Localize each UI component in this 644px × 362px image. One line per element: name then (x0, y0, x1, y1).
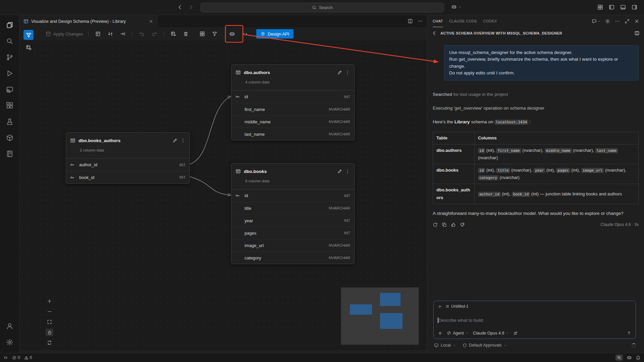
edit-table-icon[interactable] (172, 138, 177, 143)
column-type: INT (344, 231, 350, 235)
table-menu-icon[interactable] (345, 70, 350, 75)
notifications-bell-icon[interactable] (636, 355, 641, 360)
export-table-icon[interactable] (94, 30, 102, 38)
fit-to-screen-icon[interactable] (46, 318, 53, 326)
remote-indicator-icon[interactable] (3, 355, 8, 360)
explorer-icon[interactable] (0, 17, 19, 33)
chat-settings-gear-icon[interactable] (605, 19, 610, 24)
close-panel-icon[interactable] (634, 19, 639, 24)
editor-more-actions-icon[interactable] (418, 18, 423, 24)
search-sidebar-icon[interactable] (0, 33, 19, 49)
undo-icon[interactable] (138, 30, 146, 38)
settings-gear-icon[interactable] (0, 334, 19, 350)
apply-changes-button[interactable]: Apply Changes (46, 31, 83, 37)
column-row-title[interactable]: titleNVARCHAR (231, 202, 354, 214)
column-row-book_id[interactable]: book_idINT (66, 171, 190, 183)
tools-sliders-icon[interactable] (513, 331, 518, 336)
source-control-icon[interactable] (0, 49, 19, 65)
filter-icon[interactable] (211, 30, 219, 38)
problems-errors[interactable]: 0 (12, 355, 20, 360)
remote-explorer-icon[interactable] (0, 81, 19, 98)
zoom-in-icon[interactable] (46, 297, 53, 305)
schema-table-books[interactable]: dbo.books 6 column data idINTtitleNVARCH… (231, 163, 355, 264)
package-icon[interactable] (0, 130, 19, 146)
schema-table-books-authors[interactable]: dbo.books_authors 2 column data author_i… (66, 132, 190, 184)
schema-canvas[interactable]: dbo.authors 4 column data idINTfirst_nam… (19, 41, 427, 351)
maximize-panel-icon[interactable] (625, 19, 630, 24)
view-code-icon[interactable] (241, 30, 249, 38)
table-definition-view-button[interactable] (23, 42, 34, 52)
mode-picker[interactable]: Agent (447, 331, 469, 336)
extensions-icon[interactable] (0, 98, 19, 114)
tab-chat[interactable]: CHAT (433, 15, 443, 27)
table-menu-icon[interactable] (345, 169, 350, 174)
tab-schema-designer[interactable]: Visualize and Design Schema (Preview) - … (19, 15, 158, 27)
notebook-icon[interactable] (0, 146, 19, 162)
apply-changes-label: Apply Changes (53, 32, 83, 37)
schema-diagram-view-button[interactable] (23, 30, 34, 40)
column-row-first_name[interactable]: first_nameNVARCHAR (231, 103, 354, 115)
search-input[interactable]: Search (201, 3, 444, 12)
thumbs-down-icon[interactable] (460, 222, 465, 227)
edit-table-icon[interactable] (337, 169, 342, 174)
testing-icon[interactable] (0, 114, 19, 130)
add-context-icon[interactable] (438, 304, 442, 309)
back-icon[interactable] (432, 31, 437, 36)
zoom-out-icon[interactable] (46, 308, 53, 315)
chat-more-actions-icon[interactable] (615, 19, 620, 24)
environment-picker[interactable]: Local (434, 343, 456, 348)
close-tab-icon[interactable] (149, 19, 153, 23)
compare-changes-icon[interactable] (106, 30, 114, 38)
copilot-status-icon[interactable] (627, 355, 632, 360)
column-row-last_name[interactable]: last_nameNVARCHAR (231, 128, 354, 140)
copilot-schema-icon[interactable] (228, 30, 236, 38)
canvas-minimap[interactable] (341, 287, 419, 345)
tab-claude-code[interactable]: CLAUDE CODE (449, 15, 477, 27)
toggle-panel-icon[interactable] (620, 4, 626, 10)
design-api-button[interactable]: Design API (256, 29, 293, 39)
context-file-chip[interactable]: Untitled-1 (445, 304, 468, 309)
edit-table-icon[interactable] (337, 70, 342, 75)
chat-message-input[interactable] (439, 318, 632, 323)
column-row-id[interactable]: idINT (231, 189, 354, 202)
schema-table-authors[interactable]: dbo.authors 4 column data idINTfirst_nam… (231, 64, 355, 140)
column-row-pages[interactable]: pagesINT (231, 227, 354, 239)
regenerate-icon[interactable] (433, 222, 438, 227)
auto-arrange-icon[interactable] (198, 30, 206, 38)
back-icon[interactable] (177, 4, 183, 10)
tab-codex[interactable]: CODEX (483, 15, 497, 27)
problems-warnings[interactable]: 0 (24, 355, 32, 360)
table-menu-icon[interactable] (180, 138, 185, 143)
approvals-picker[interactable]: Default Approvals (463, 343, 507, 348)
new-chat-icon[interactable] (592, 19, 600, 24)
lock-position-icon[interactable] (46, 328, 53, 336)
copilot-menu-button[interactable] (451, 4, 462, 10)
send-icon[interactable] (627, 330, 632, 336)
add-table-icon[interactable] (169, 30, 177, 38)
attach-icon[interactable] (438, 331, 442, 336)
customize-layout-icon[interactable] (597, 4, 603, 10)
copy-icon[interactable] (442, 222, 447, 227)
column-row-author_id[interactable]: author_idINT (66, 159, 190, 171)
split-editor-icon[interactable] (408, 18, 413, 24)
toggle-sidebar-icon[interactable] (609, 4, 614, 10)
reset-layout-icon[interactable] (46, 339, 53, 347)
zoom-status-icon[interactable] (615, 355, 623, 361)
column-row-image_url[interactable]: image_urlNVARCHAR (231, 239, 354, 251)
toggle-secondary-sidebar-icon[interactable] (632, 4, 637, 10)
run-debug-icon[interactable] (0, 65, 19, 81)
forward-icon[interactable] (188, 4, 194, 10)
account-icon[interactable] (0, 318, 19, 334)
model-picker[interactable]: Claude Opus 4.6 (473, 331, 509, 336)
column-row-id[interactable]: idINT (231, 90, 354, 103)
open-in-editor-icon[interactable] (634, 31, 640, 36)
column-row-year[interactable]: yearINT (231, 214, 354, 227)
thumbs-up-icon[interactable] (451, 222, 456, 227)
chat-input-box[interactable]: Untitled-1 Agent Claude Opus 4.6 (433, 301, 636, 339)
redo-icon[interactable] (150, 30, 158, 38)
column-row-middle_name[interactable]: middle_nameNVARCHAR (231, 115, 354, 128)
column-row-category[interactable]: categoryNVARCHAR (231, 251, 354, 264)
export-arrow-icon[interactable] (119, 30, 127, 38)
delete-table-icon[interactable] (182, 30, 190, 38)
model-usage-label: Claude Opus 4.6 · 3x (601, 222, 639, 227)
